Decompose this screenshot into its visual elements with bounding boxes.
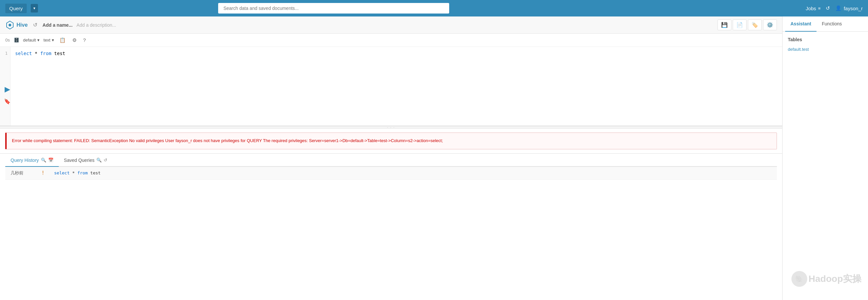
code-asterisk: * — [32, 51, 40, 56]
hive-icon — [5, 21, 14, 30]
database-name: default — [23, 38, 36, 42]
query-dropdown-button[interactable]: ▾ — [31, 4, 38, 12]
query-button-label: Query — [9, 6, 23, 11]
database-selector[interactable]: default ▾ — [23, 38, 40, 42]
search-container — [218, 3, 449, 13]
tables-header: Tables — [788, 37, 863, 42]
query-time: 0s — [5, 38, 10, 42]
right-panel-tabs: Assistant Functions — [782, 16, 868, 32]
resize-handle[interactable]: · · · — [0, 126, 782, 129]
warning-icon: ! — [42, 170, 49, 176]
add-name-field[interactable]: Add a name... — [42, 23, 72, 28]
error-panel: Error while compiling statement: FAILED:… — [5, 133, 777, 149]
bottom-tabs: Query History 🔍 📅 Saved Queries 🔍 ↺ 几秒前 … — [0, 153, 782, 180]
top-nav: Query ▾ Jobs ≡ ↺ 👤 fayson_r — [0, 0, 868, 16]
editor-area: Hive ↺ Add a name... Add a description..… — [0, 16, 782, 300]
tab-query-history[interactable]: Query History 🔍 📅 — [5, 154, 59, 167]
search-saved-button[interactable]: 🔍 — [96, 158, 102, 163]
type-chevron-icon: ▾ — [52, 38, 54, 42]
top-right-area: Jobs ≡ ↺ 👤 fayson_r — [806, 5, 863, 11]
editor-header-actions: 💾 📄 🏷️ ⚙️ — [717, 20, 777, 30]
tab-list: Query History 🔍 📅 Saved Queries 🔍 ↺ — [5, 154, 777, 167]
line-number-1: 1 — [3, 51, 8, 56]
history-time: 几秒前 — [10, 170, 37, 176]
hive-label: Hive — [17, 22, 28, 28]
jobs-label: Jobs — [806, 6, 816, 11]
functions-label: Functions — [822, 21, 842, 26]
main-layout: Hive ↺ Add a name... Add a description..… — [0, 16, 868, 300]
user-icon: 👤 — [835, 5, 842, 11]
type-label: text — [43, 38, 51, 42]
type-selector[interactable]: text ▾ — [43, 38, 54, 42]
calendar-button[interactable]: 📅 — [48, 158, 54, 163]
add-description-field[interactable]: Add a description... — [76, 23, 116, 28]
error-message: Error while compiling statement: FAILED:… — [12, 138, 443, 143]
code-editor[interactable]: 1 select * from test ▶ 🔖 — [0, 47, 782, 126]
database-chevron-icon: ▾ — [37, 38, 40, 42]
history-keyword-select: select — [54, 170, 70, 175]
history-table: 几秒前 ! select * from test — [5, 167, 777, 180]
refresh-button[interactable]: ↺ — [104, 158, 107, 163]
filter-icon: ≡ — [818, 6, 821, 11]
run-btn-area: ▶ 🔖 — [3, 84, 12, 106]
tab-functions[interactable]: Functions — [816, 16, 847, 32]
run-button[interactable]: ▶ — [3, 84, 12, 95]
query-button[interactable]: Query — [5, 4, 27, 13]
bookmark-button[interactable]: 🔖 — [3, 97, 12, 106]
hive-logo: Hive — [5, 21, 28, 30]
save-button[interactable]: 💾 — [717, 20, 732, 30]
history-table-name: test — [88, 170, 101, 175]
format-button[interactable]: 📋 — [58, 37, 67, 44]
username-label: fayson_r — [844, 6, 863, 11]
undo-button[interactable]: ↺ — [32, 21, 39, 29]
history-nav-item[interactable]: ↺ — [826, 5, 830, 11]
search-history-button[interactable]: 🔍 — [41, 158, 46, 163]
code-content[interactable]: select * from test — [10, 47, 782, 126]
help-button[interactable]: ? — [82, 37, 87, 43]
svg-point-1 — [8, 24, 11, 26]
search-input[interactable] — [218, 3, 449, 13]
history-icon: ↺ — [826, 5, 830, 11]
tab-saved-queries[interactable]: Saved Queries 🔍 ↺ — [59, 154, 113, 167]
table-item-default-test[interactable]: default.test — [788, 45, 863, 53]
database-icon: 🗄️ — [14, 38, 19, 42]
right-panel: Assistant Functions Tables default.test — [782, 16, 868, 300]
right-panel-content: Tables default.test — [782, 32, 868, 58]
jobs-nav-item[interactable]: Jobs ≡ — [806, 6, 820, 11]
assistant-label: Assistant — [790, 21, 811, 26]
tab-assistant[interactable]: Assistant — [785, 16, 816, 32]
query-settings-button[interactable]: ⚙ — [71, 37, 78, 44]
keyword-from: from — [40, 51, 52, 56]
table-row[interactable]: 几秒前 ! select * from test — [5, 167, 777, 180]
history-query-text: select * from test — [54, 170, 772, 175]
settings-button[interactable]: ⚙️ — [763, 20, 777, 30]
code-table: test — [52, 51, 65, 56]
user-nav-item[interactable]: 👤 fayson_r — [835, 5, 863, 11]
saved-queries-label: Saved Queries — [64, 158, 95, 163]
query-history-label: Query History — [10, 158, 39, 163]
new-query-button[interactable]: 📄 — [733, 20, 747, 30]
keyword-select: select — [15, 51, 32, 56]
tag-button[interactable]: 🏷️ — [748, 20, 762, 30]
editor-toolbar: 0s 🗄️ default ▾ text ▾ 📋 ⚙ ? — [0, 34, 782, 47]
history-keyword-from: from — [77, 170, 88, 175]
chevron-down-icon: ▾ — [33, 6, 35, 10]
history-asterisk: * — [70, 170, 77, 175]
editor-header: Hive ↺ Add a name... Add a description..… — [0, 16, 782, 34]
